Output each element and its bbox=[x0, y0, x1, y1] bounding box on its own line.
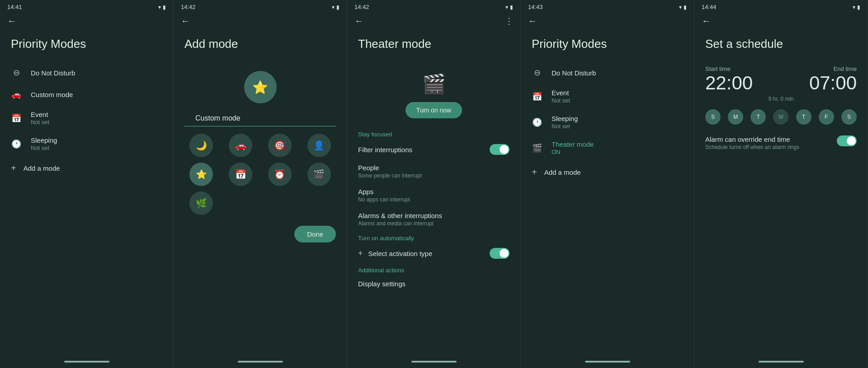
auto-header: Turn on automatically bbox=[347, 231, 520, 243]
plus-icon: + bbox=[358, 249, 363, 258]
event-icon-2: 📅 bbox=[532, 91, 542, 102]
alarms-row[interactable]: Alarms & other interruptions Alarms and … bbox=[347, 207, 520, 231]
screen-add-mode: 14:42 ▾ ▮ ← Add mode ⭐ 🌙 🚗 🎯 👤 ⭐ 📅 ⏰ 🎬 🌿… bbox=[174, 0, 347, 368]
sleeping-sublabel: Not set bbox=[31, 144, 57, 151]
display-row[interactable]: Display settings bbox=[347, 275, 520, 292]
status-icons-4: ▾ ▮ bbox=[679, 4, 687, 10]
theater-icon: 🎬 bbox=[347, 62, 520, 102]
alarm-toggle[interactable] bbox=[837, 135, 857, 146]
filter-label: Filter interruptions bbox=[358, 146, 412, 154]
screen-theater-mode: 14:42 ▾ ▮ ← ⋮ Theater mode 🎬 Turn on now… bbox=[347, 0, 521, 368]
done-button[interactable]: Done bbox=[294, 226, 336, 242]
icon-target[interactable]: 🎯 bbox=[268, 134, 292, 157]
icon-moon[interactable]: 🌙 bbox=[189, 134, 213, 157]
icon-leaf[interactable]: 🌿 bbox=[189, 191, 213, 215]
icon-film[interactable]: 🎬 bbox=[307, 163, 331, 186]
day-wed[interactable]: W bbox=[773, 109, 788, 125]
day-sat[interactable]: S bbox=[841, 109, 857, 125]
day-sun[interactable]: S bbox=[705, 109, 721, 125]
list-item-custom-1[interactable]: 🚗 Custom mode bbox=[0, 84, 173, 105]
list-item-sleeping-2[interactable]: 🕐 Sleeping Not set bbox=[521, 109, 694, 135]
custom-label: Custom mode bbox=[31, 91, 73, 98]
time-4: 14:43 bbox=[528, 4, 543, 10]
back-button-4[interactable]: ← bbox=[528, 16, 537, 26]
alarm-label: Alarm can override end time bbox=[705, 135, 799, 143]
alarm-text: Alarm can override end time Schedule tur… bbox=[705, 135, 799, 150]
battery-icon-5: ▮ bbox=[857, 4, 860, 10]
icon-car[interactable]: 🚗 bbox=[229, 134, 252, 157]
bottom-bar-4 bbox=[585, 361, 630, 363]
icon-star[interactable]: ⭐ bbox=[189, 163, 213, 186]
list-item-event-2[interactable]: 📅 Event Not set bbox=[521, 84, 694, 109]
more-button-3[interactable]: ⋮ bbox=[505, 16, 513, 26]
list-item-theater-2[interactable]: 🎬 Theater mode ON bbox=[521, 135, 694, 161]
people-row[interactable]: People Some people can interrupt bbox=[347, 159, 520, 183]
day-mon[interactable]: M bbox=[728, 109, 743, 125]
add-icon-1: + bbox=[11, 163, 16, 173]
page-title-3: Theater mode bbox=[347, 30, 520, 62]
list-item-event-1[interactable]: 📅 Event Not set bbox=[0, 105, 173, 131]
sleeping-text-2: Sleeping Not set bbox=[552, 115, 578, 130]
stay-focused-header: Stay focused bbox=[347, 127, 520, 140]
filter-interruptions-row[interactable]: Filter interruptions bbox=[347, 140, 520, 159]
wifi-icon-4: ▾ bbox=[679, 4, 682, 10]
turn-on-button[interactable]: Turn on now bbox=[406, 102, 462, 118]
add-mode-2[interactable]: + Add a mode bbox=[521, 161, 694, 184]
sleeping-label: Sleeping bbox=[31, 136, 57, 144]
dnd-label-2: Do Not Disturb bbox=[552, 69, 596, 77]
bottom-bar-2 bbox=[238, 361, 283, 363]
bottom-bar-5 bbox=[759, 361, 804, 363]
end-time-block[interactable]: End time 07:00 bbox=[809, 65, 857, 94]
list-item-dnd-2[interactable]: ⊖ Do Not Disturb bbox=[521, 62, 694, 84]
status-icons-2: ▾ ▮ bbox=[332, 4, 340, 10]
battery-icon-4: ▮ bbox=[684, 4, 687, 10]
apps-row[interactable]: Apps No apps can interrupt bbox=[347, 183, 520, 207]
day-thu[interactable]: T bbox=[796, 109, 811, 125]
dnd-text-2: Do Not Disturb bbox=[552, 69, 596, 77]
sleeping-text: Sleeping Not set bbox=[31, 136, 57, 151]
icon-grid: 🌙 🚗 🎯 👤 ⭐ 📅 ⏰ 🎬 🌿 bbox=[174, 134, 347, 222]
icon-person[interactable]: 👤 bbox=[307, 134, 331, 157]
activation-toggle[interactable] bbox=[490, 248, 509, 259]
sleeping-sublabel-2: Not set bbox=[552, 123, 578, 130]
alarms-sublabel: Alarms and media can interrupt bbox=[358, 220, 442, 227]
back-button-3[interactable]: ← bbox=[354, 16, 363, 26]
mode-name-input[interactable] bbox=[195, 111, 325, 126]
alarm-row: Alarm can override end time Schedule tur… bbox=[694, 132, 868, 154]
start-time-block[interactable]: Start time 22:00 bbox=[705, 65, 753, 94]
sleeping-label-2: Sleeping bbox=[552, 115, 578, 122]
display-label: Display settings bbox=[358, 280, 406, 288]
top-nav-5: ← bbox=[694, 12, 868, 30]
add-mode-1[interactable]: + Add a mode bbox=[0, 157, 173, 180]
list-item-dnd-1[interactable]: ⊖ Do Not Disturb bbox=[0, 62, 173, 84]
screen-schedule: 14:44 ▾ ▮ ← Set a schedule Start time 22… bbox=[694, 0, 868, 368]
page-title-1: Priority Modes bbox=[0, 30, 173, 62]
filter-toggle[interactable] bbox=[490, 144, 509, 155]
icon-calendar[interactable]: 📅 bbox=[229, 163, 252, 186]
back-button-1[interactable]: ← bbox=[7, 16, 16, 26]
back-button-2[interactable]: ← bbox=[181, 16, 190, 26]
back-button-5[interactable]: ← bbox=[702, 16, 711, 26]
status-icons-5: ▾ ▮ bbox=[853, 4, 860, 10]
status-bar-4: 14:43 ▾ ▮ bbox=[521, 0, 694, 12]
list-item-sleeping-1[interactable]: 🕐 Sleeping Not set bbox=[0, 131, 173, 157]
dnd-icon-2: ⊖ bbox=[532, 67, 542, 78]
theater-text-2: Theater mode ON bbox=[552, 140, 594, 155]
page-title-2: Add mode bbox=[174, 30, 347, 62]
icon-clock[interactable]: ⏰ bbox=[268, 163, 292, 186]
activation-row[interactable]: + Select activation type bbox=[347, 243, 520, 263]
event-icon: 📅 bbox=[11, 113, 22, 124]
display-text: Display settings bbox=[358, 280, 406, 288]
schedule-time-container: Start time 22:00 End time 07:00 bbox=[694, 62, 868, 94]
time-2: 14:42 bbox=[181, 4, 196, 10]
event-sublabel: Not set bbox=[31, 119, 49, 126]
theater-sublabel-2: ON bbox=[552, 149, 594, 155]
dnd-label: Do Not Disturb bbox=[31, 69, 75, 77]
day-tue[interactable]: T bbox=[750, 109, 766, 125]
day-fri[interactable]: F bbox=[819, 109, 834, 125]
mode-name-input-container bbox=[184, 111, 336, 126]
start-time-value: 22:00 bbox=[705, 72, 753, 94]
sleeping-icon-2: 🕐 bbox=[532, 117, 542, 128]
dnd-text: Do Not Disturb bbox=[31, 69, 75, 77]
mode-icon-preview[interactable]: ⭐ bbox=[244, 71, 277, 103]
